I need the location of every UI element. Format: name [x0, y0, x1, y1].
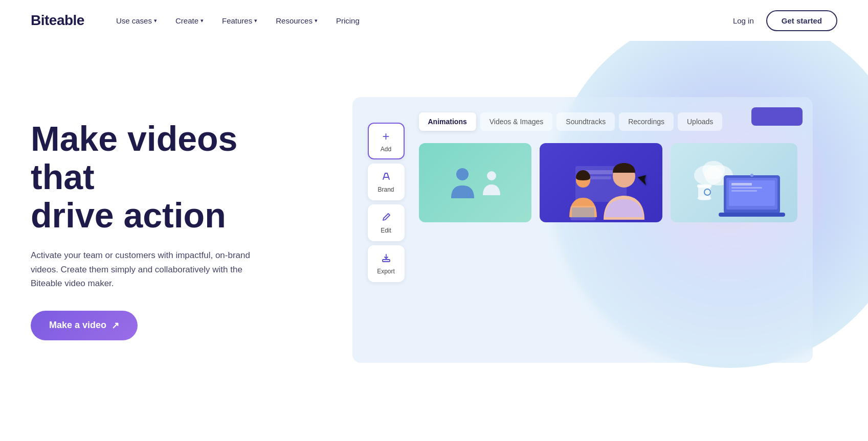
get-started-button[interactable]: Get started: [766, 10, 837, 31]
svg-rect-9: [572, 207, 594, 218]
sidebar-export-label: Export: [377, 268, 395, 275]
thumbnail-1: [419, 143, 531, 222]
brand-icon: [381, 171, 391, 184]
mockup-window: + Add Brand: [352, 97, 813, 363]
nav-resources[interactable]: Resources ▾: [269, 12, 325, 29]
mockup-tabs: Animations Videos & Images Soundtracks R…: [419, 112, 797, 131]
svg-rect-0: [383, 260, 390, 262]
nav-pricing[interactable]: Pricing: [329, 12, 367, 29]
hero-section: Make videos that drive action Activate y…: [0, 41, 868, 429]
svg-rect-14: [697, 184, 711, 188]
chevron-down-icon: ▾: [254, 17, 257, 24]
svg-point-1: [456, 168, 469, 180]
tab-soundtracks[interactable]: Soundtracks: [557, 112, 615, 131]
svg-point-24: [750, 174, 753, 177]
edit-icon: [381, 212, 391, 225]
hero-mockup: + Add Brand: [327, 97, 837, 363]
hero-subtitle: Activate your team or customers with imp…: [31, 248, 256, 290]
sidebar-brand-label: Brand: [377, 186, 394, 193]
tab-uploads[interactable]: Uploads: [678, 112, 722, 131]
svg-rect-22: [731, 190, 757, 192]
svg-rect-23: [719, 213, 785, 217]
login-button[interactable]: Log in: [733, 16, 754, 25]
sidebar-brand-button[interactable]: Brand: [368, 164, 405, 200]
nav-create[interactable]: Create ▾: [168, 12, 211, 29]
tab-animations[interactable]: Animations: [419, 112, 476, 131]
chevron-down-icon: ▾: [154, 17, 157, 24]
nav-actions: Log in Get started: [733, 10, 837, 31]
hero-title: Make videos that drive action: [31, 120, 297, 234]
tab-videos-images[interactable]: Videos & Images: [480, 112, 553, 131]
svg-point-15: [697, 196, 711, 200]
plus-icon: +: [382, 129, 389, 144]
sidebar-edit-button[interactable]: Edit: [368, 204, 405, 241]
chevron-down-icon: ▾: [201, 17, 204, 24]
mockup-main-area: Animations Videos & Images Soundtracks R…: [419, 112, 797, 222]
sidebar-export-button[interactable]: Export: [368, 245, 405, 282]
svg-rect-20: [731, 183, 752, 185]
make-video-button[interactable]: Make a video ↗: [31, 311, 138, 340]
svg-point-12: [702, 161, 725, 179]
svg-point-2: [487, 171, 496, 180]
chevron-down-icon: ▾: [315, 17, 318, 24]
person-2-icon: [482, 170, 501, 196]
mockup-accent-button: [751, 107, 803, 126]
logo[interactable]: Biteable: [31, 12, 84, 29]
laptop-illustration: [683, 147, 785, 219]
mockup-thumbnails: [419, 143, 797, 222]
nav-links: Use cases ▾ Create ▾ Features ▾ Resource…: [109, 12, 733, 29]
arrow-icon: ↗: [112, 320, 119, 331]
hero-text: Make videos that drive action Activate y…: [31, 120, 297, 340]
sidebar-edit-label: Edit: [381, 227, 391, 234]
sidebar-add-label: Add: [381, 146, 391, 153]
export-icon: [381, 253, 391, 266]
person-1-icon: [449, 165, 477, 201]
sidebar-add-button[interactable]: + Add: [368, 123, 405, 159]
nav-use-cases[interactable]: Use cases ▾: [109, 12, 164, 29]
thumbnail-3: [671, 143, 797, 222]
tab-recordings[interactable]: Recordings: [619, 112, 674, 131]
nav-features[interactable]: Features ▾: [215, 12, 264, 29]
navbar: Biteable Use cases ▾ Create ▾ Features ▾…: [0, 0, 868, 41]
mockup-sidebar: + Add Brand: [368, 123, 405, 282]
svg-rect-21: [731, 187, 762, 189]
